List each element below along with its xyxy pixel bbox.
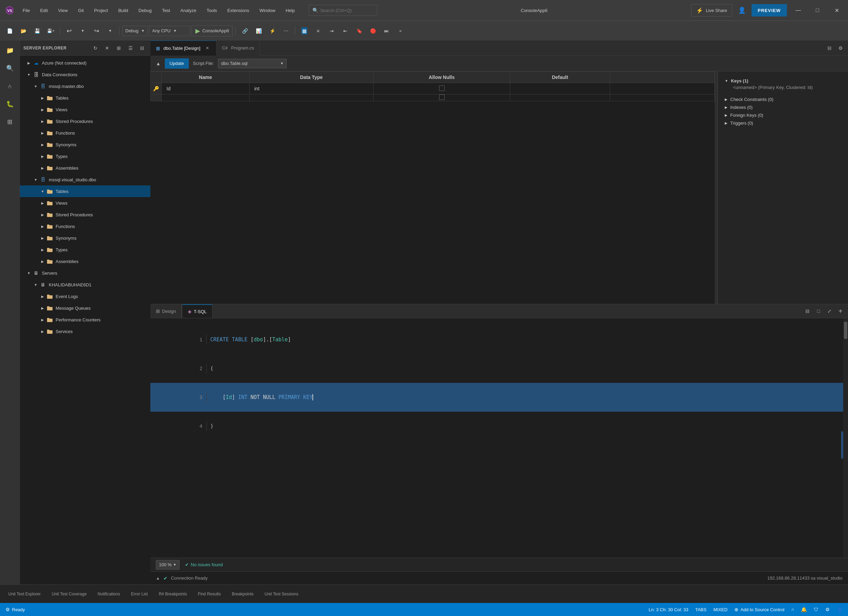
attach-button[interactable]: 🔗 — [239, 25, 251, 36]
cell-default-empty[interactable] — [510, 94, 610, 101]
menu-tools[interactable]: Tools — [202, 6, 222, 15]
allow-nulls-checkbox-1[interactable] — [439, 86, 445, 91]
search-tab[interactable]: 🔍 — [1, 60, 19, 77]
debug-config-dropdown[interactable]: Debug ▼ — [122, 26, 148, 36]
delete-connection-button[interactable]: ✕ — [102, 44, 112, 52]
sidebar-item-views2[interactable]: ▶ Views — [20, 197, 150, 209]
sidebar-item-servers[interactable]: ▼ 🖥 Servers — [20, 267, 150, 279]
sidebar-item-tables1[interactable]: ▶ Tables — [20, 92, 150, 104]
sidebar-item-views1[interactable]: ▶ Views — [20, 104, 150, 115]
outdent-button[interactable]: ⇤ — [339, 25, 351, 36]
check-constraints-prop[interactable]: ▶ Check Constraints (0) — [725, 95, 841, 103]
sidebar-item-tables2[interactable]: ▼ Tables — [20, 186, 150, 197]
global-search-box[interactable]: 🔍 — [308, 5, 377, 16]
refresh-server-button[interactable]: ↻ — [90, 44, 100, 52]
cell-allownulls-1[interactable] — [374, 83, 510, 94]
sql-split-btn2[interactable]: □ — [814, 306, 823, 316]
tab-program-cs[interactable]: C# Program.cs — [216, 40, 260, 56]
cpu-config-dropdown[interactable]: Any CPU ▼ — [149, 26, 190, 36]
diagnostic-button[interactable]: 📊 — [252, 25, 265, 36]
panel-tab-find-results[interactable]: Find Results — [193, 588, 225, 600]
sidebar-item-azure[interactable]: ▶ ☁ Azure (Not connected) — [20, 57, 150, 69]
panel-tab-error-list[interactable]: Error List — [126, 588, 153, 600]
panel-tab-unit-test-explorer[interactable]: Unit Test Explorer — [3, 588, 45, 600]
menu-file[interactable]: File — [18, 6, 35, 15]
sidebar-item-functions1[interactable]: ▶ Functions — [20, 127, 150, 139]
sql-scrollbar[interactable] — [843, 318, 848, 558]
tab-settings-button[interactable]: ⚙ — [836, 43, 845, 53]
search-input[interactable] — [320, 8, 378, 13]
panel-tab-notifications[interactable]: Notifications — [93, 588, 125, 600]
redo-button[interactable]: ↪ — [90, 25, 103, 36]
sidebar-item-synonyms1[interactable]: ▶ Synonyms — [20, 139, 150, 150]
git-tab[interactable]: ⑃ — [1, 77, 19, 95]
redo-dropdown[interactable]: ▼ — [104, 25, 116, 36]
user-profile-button[interactable]: 👤 — [736, 5, 748, 16]
update-button[interactable]: Update — [165, 58, 189, 69]
design-tab-close[interactable]: ✕ — [204, 45, 211, 52]
debug-tab[interactable]: 🐛 — [1, 95, 19, 113]
cell-name-1[interactable]: Id — [162, 83, 250, 94]
save-all-button[interactable]: 💾+ — [44, 25, 57, 36]
sidebar-item-types2[interactable]: ▶ Types — [20, 244, 150, 255]
menu-window[interactable]: Window — [255, 6, 280, 15]
split-editor-button[interactable]: ⊟ — [825, 43, 834, 53]
format-button[interactable]: ≡ — [312, 25, 324, 36]
perf-button[interactable]: ⚡ — [266, 25, 279, 36]
indexes-prop[interactable]: ▶ Indexes (0) — [725, 103, 841, 111]
menu-build[interactable]: Build — [113, 6, 133, 15]
sidebar-item-assemblies1[interactable]: ▶ Assemblies — [20, 162, 150, 174]
minimize-button[interactable]: — — [790, 4, 806, 16]
step-over-button[interactable]: ⏭ — [380, 25, 393, 36]
sidebar-item-message-queues[interactable]: ▶ Message Queues — [20, 302, 150, 314]
sidebar-item-stored-procs2[interactable]: ▶ Stored Procedures — [20, 209, 150, 220]
foreign-keys-prop[interactable]: ▶ Foreign Keys (0) — [725, 111, 841, 119]
explorer-tab[interactable]: 📁 — [1, 42, 19, 59]
sidebar-item-assemblies2[interactable]: ▶ Assemblies — [20, 255, 150, 267]
sidebar-item-synonyms2[interactable]: ▶ Synonyms — [20, 232, 150, 244]
extensions-tab[interactable]: ⊞ — [1, 113, 19, 131]
script-file-dropdown[interactable]: dbo.Table.sql ▼ — [218, 59, 287, 68]
sidebar-item-types1[interactable]: ▶ Types — [20, 150, 150, 162]
sidebar-item-services[interactable]: ▶ Services — [20, 325, 150, 337]
panel-tab-breakpoints[interactable]: Breakpoints — [227, 588, 258, 600]
sql-split-btn1[interactable]: ⊟ — [803, 306, 812, 316]
menu-edit[interactable]: Edit — [36, 6, 52, 15]
cell-datatype-1[interactable]: int — [249, 83, 373, 94]
undo-dropdown[interactable]: ▼ — [77, 25, 89, 36]
settings-icon-status[interactable]: ⚙ — [825, 607, 830, 612]
tab-tsql-bottom[interactable]: ◈ T-SQL — [182, 304, 212, 318]
table-row[interactable]: 🔑 Id int — [151, 83, 715, 94]
cell-name-empty[interactable] — [162, 94, 250, 101]
more-button[interactable]: ⋯ — [280, 25, 292, 36]
breakpoint-button[interactable]: 🔴 — [367, 25, 379, 36]
indent-button[interactable]: ⇥ — [325, 25, 338, 36]
menu-analyze[interactable]: Analyze — [175, 6, 201, 15]
tab-design[interactable]: ▦ dbo.Table [Design] ✕ — [150, 40, 216, 56]
panel-tab-unit-test-coverage[interactable]: Unit Test Coverage — [47, 588, 91, 600]
sidebar-item-data-connections[interactable]: ▼ 🗄 Data Connections — [20, 69, 150, 80]
sidebar-item-khalid[interactable]: ▼ 🖥 KHALIDABUHAE6D1 — [20, 279, 150, 291]
allow-nulls-checkbox-empty[interactable] — [439, 94, 445, 100]
menu-help[interactable]: Help — [281, 6, 300, 15]
panel-tab-rsharp-breakpoints[interactable]: R# Breakpoints — [154, 588, 191, 600]
menu-project[interactable]: Project — [89, 6, 113, 15]
menu-extensions[interactable]: Extensions — [222, 6, 254, 15]
sidebar-item-stored-procs1[interactable]: ▶ Stored Procedures — [20, 115, 150, 127]
new-project-button[interactable]: 📄 — [3, 25, 16, 36]
sidebar-item-mssql-vs[interactable]: ▼ 🗄 mssql.visual_studio.dbo — [20, 174, 150, 186]
sidebar-item-mssql-master[interactable]: ▼ 🗄 mssql.master.dbo — [20, 80, 150, 92]
shield-status-icon[interactable]: 🛡 — [814, 607, 818, 612]
sidebar-item-event-logs[interactable]: ▶ Event Logs — [20, 291, 150, 302]
preview-button[interactable]: PREVIEW — [752, 4, 787, 16]
properties-button[interactable]: ☰ — [126, 44, 135, 52]
more2-button[interactable]: » — [394, 25, 406, 36]
git-status-icon[interactable]: ⑃ — [791, 607, 794, 612]
grid-button[interactable]: ▦ — [298, 25, 310, 36]
triggers-prop[interactable]: ▶ Triggers (0) — [725, 119, 841, 127]
menu-test[interactable]: Test — [157, 6, 175, 15]
menu-debug[interactable]: Debug — [133, 6, 156, 15]
filter-button[interactable]: ⊟ — [137, 44, 147, 52]
notification-icon[interactable]: 🔔 — [801, 607, 807, 612]
add-to-source-button[interactable]: ⊕ Add to Source Control — [734, 607, 784, 612]
